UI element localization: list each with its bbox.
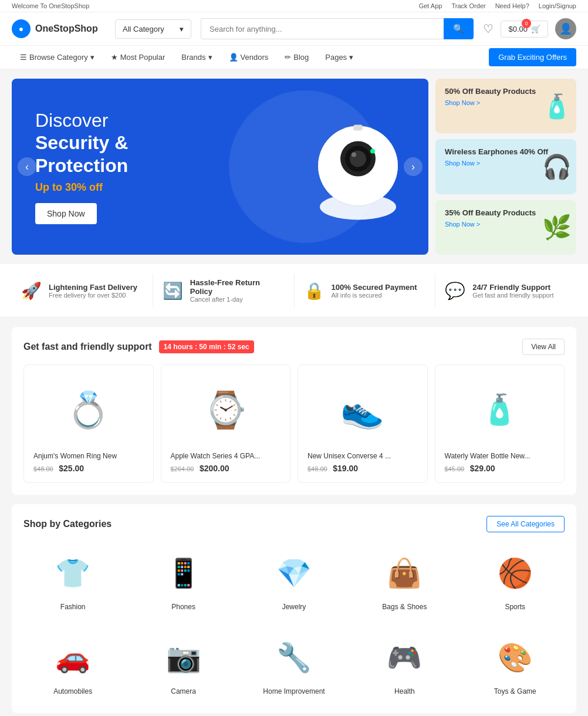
- nav-pages[interactable]: Pages ▾: [317, 46, 361, 69]
- hero-banner: ‹ Discover Security &Protection Up to 30…: [12, 79, 428, 255]
- nav-browse-category[interactable]: ☰ Browse Category ▾: [12, 46, 103, 69]
- category-label-sports: Sports: [505, 603, 525, 611]
- feature-payment: 🔒 100% Secured Payment All info is secur…: [295, 273, 436, 308]
- category-img-fashion: 👕: [49, 550, 96, 597]
- delivery-desc: Free delivery for over $200: [49, 292, 137, 299]
- hero-next-button[interactable]: ›: [404, 157, 423, 176]
- search-bar: 🔍: [201, 18, 474, 39]
- nav-blog[interactable]: ✏ Blog: [276, 46, 317, 69]
- category-fashion[interactable]: 👕 Fashion: [23, 544, 122, 617]
- promo-img-2: 🌿: [542, 214, 572, 241]
- payment-icon: 🔒: [304, 281, 325, 300]
- return-desc: Cancel after 1-day: [190, 296, 285, 303]
- new-price-0: $25.00: [59, 464, 84, 473]
- product-card-0[interactable]: 💍 Anjum's Women Ring New $48.00 $25.00: [23, 364, 154, 483]
- categories-section: Shop by Categories See All Categories 👕 …: [12, 504, 576, 713]
- top-bar-links: Get App Track Order Need Help? Login/Sig…: [419, 2, 576, 9]
- blog-label: Blog: [293, 53, 309, 62]
- vendors-label: Vendors: [241, 53, 269, 62]
- welcome-text: Welcome To OneStopShop: [12, 2, 89, 9]
- nav-most-popular[interactable]: ★ Most Popular: [103, 46, 174, 69]
- cart-icon: 🛒: [531, 25, 540, 33]
- promo-card-1: Wireless Earphones 40% Off Shop Now > 🎧: [435, 139, 576, 194]
- delivery-title: Lightening Fast Delivery: [49, 283, 137, 292]
- payment-desc: All info is secured: [332, 292, 417, 299]
- old-price-3: $45.00: [445, 465, 465, 472]
- category-label-home: Home Improvement: [263, 687, 325, 695]
- category-jewelry[interactable]: 💎 Jewelry: [245, 544, 343, 617]
- search-input[interactable]: [201, 18, 444, 39]
- cart-badge: 0: [522, 19, 531, 28]
- promo-img-1: 🎧: [542, 153, 572, 180]
- profile-button[interactable]: 👤: [555, 18, 576, 39]
- category-label-health: Health: [394, 687, 415, 695]
- category-label-automobiles: Automobiles: [53, 687, 92, 695]
- category-chevron: ▾: [180, 25, 184, 33]
- category-bags-shoes[interactable]: 👜 Bags & Shoes: [355, 544, 454, 617]
- wishlist-button[interactable]: ♡: [483, 22, 494, 36]
- category-home-improvement[interactable]: 🔧 Home Improvement: [245, 629, 343, 701]
- deal-header-inner: Get fast and friendly support 14 hours :…: [23, 340, 254, 353]
- category-label-phones: Phones: [171, 603, 195, 611]
- header: OneStopShop All Category ▾ 🔍 ♡ $0.00 🛒 0…: [0, 12, 588, 46]
- grab-offers-button[interactable]: Grab Exciting Offers: [489, 48, 576, 66]
- brands-label: Brands: [181, 53, 205, 62]
- track-order-link[interactable]: Track Order: [451, 2, 485, 9]
- category-health[interactable]: 🎮 Health: [355, 629, 454, 701]
- category-label: All Category: [123, 25, 164, 33]
- product-price-3: $45.00 $29.00: [445, 464, 555, 473]
- product-card-3[interactable]: 🧴 Waterly Water Bottle New... $45.00 $29…: [435, 364, 565, 483]
- category-img-automobiles: 🚗: [49, 634, 96, 681]
- nav-vendors[interactable]: 👤 Vendors: [221, 46, 277, 69]
- product-price-0: $48.00 $25.00: [33, 464, 144, 473]
- category-phones[interactable]: 📱 Phones: [134, 544, 232, 617]
- login-signup-link[interactable]: Login/Signup: [539, 2, 576, 9]
- nav-brands[interactable]: Brands ▾: [173, 46, 220, 69]
- feature-payment-text: 100% Secured Payment All info is secured: [332, 283, 417, 299]
- view-all-button[interactable]: View All: [522, 339, 565, 355]
- promo-card-2: 35% Off Beauty Products Shop Now > 🌿: [435, 200, 576, 255]
- product-img-2: 👟: [307, 374, 418, 445]
- logo-icon: [12, 19, 31, 38]
- need-help-link[interactable]: Need Help?: [495, 2, 529, 9]
- cart-button[interactable]: $0.00 🛒 0: [501, 21, 548, 38]
- product-card-1[interactable]: ⌚ Apple Watch Series 4 GPA... $264.00 $2…: [161, 364, 291, 483]
- categories-header: Shop by Categories See All Categories: [23, 516, 565, 532]
- logo[interactable]: OneStopShop: [12, 19, 106, 38]
- category-label-jewelry: Jewelry: [282, 603, 306, 611]
- product-card-2[interactable]: 👟 New Unisex Converse 4 ... $48.00 $19.0…: [298, 364, 428, 483]
- category-label-bags: Bags & Shoes: [382, 603, 427, 611]
- category-img-phones: 📱: [160, 550, 207, 597]
- category-sports[interactable]: 🏀 Sports: [466, 544, 565, 617]
- category-toys[interactable]: 🎨 Toys & Game: [466, 629, 565, 701]
- countdown-timer: 14 hours : 50 min : 52 sec: [159, 340, 254, 353]
- see-all-categories-button[interactable]: See All Categories: [486, 516, 565, 532]
- search-button[interactable]: 🔍: [444, 18, 474, 39]
- get-app-link[interactable]: Get App: [419, 2, 442, 9]
- hero-sidebar: 50% Off Beauty Products Shop Now > 🧴 Wir…: [435, 79, 576, 255]
- categories-title: Shop by Categories: [23, 519, 111, 529]
- category-automobiles[interactable]: 🚗 Automobiles: [23, 629, 122, 701]
- category-img-health: 🎮: [381, 634, 428, 681]
- vendors-icon: 👤: [229, 53, 238, 62]
- category-img-bags: 👜: [381, 550, 428, 597]
- hero-product-image: [305, 107, 411, 227]
- hero-shop-button[interactable]: Shop Now: [35, 203, 97, 224]
- feature-return: 🔄 Hassle-Free Return Policy Cancel after…: [153, 273, 295, 308]
- old-price-0: $48.00: [33, 465, 53, 472]
- category-img-toys: 🎨: [492, 634, 539, 681]
- new-price-2: $19.00: [333, 464, 358, 473]
- product-name-3: Waterly Water Bottle New...: [445, 452, 555, 460]
- navigation: ☰ Browse Category ▾ ★ Most Popular Brand…: [0, 46, 588, 69]
- category-label-camera: Camera: [171, 687, 196, 695]
- blog-icon: ✏: [285, 53, 291, 62]
- products-grid: 💍 Anjum's Women Ring New $48.00 $25.00 ⌚…: [23, 364, 565, 483]
- hero-prev-button[interactable]: ‹: [18, 157, 36, 176]
- product-name-2: New Unisex Converse 4 ...: [307, 452, 418, 460]
- category-select[interactable]: All Category ▾: [115, 19, 191, 39]
- category-img-sports: 🏀: [492, 550, 539, 597]
- browse-chevron: ▾: [90, 53, 94, 62]
- svg-point-8: [370, 149, 375, 154]
- new-price-3: $29.00: [470, 464, 495, 473]
- category-camera[interactable]: 📷 Camera: [134, 629, 232, 701]
